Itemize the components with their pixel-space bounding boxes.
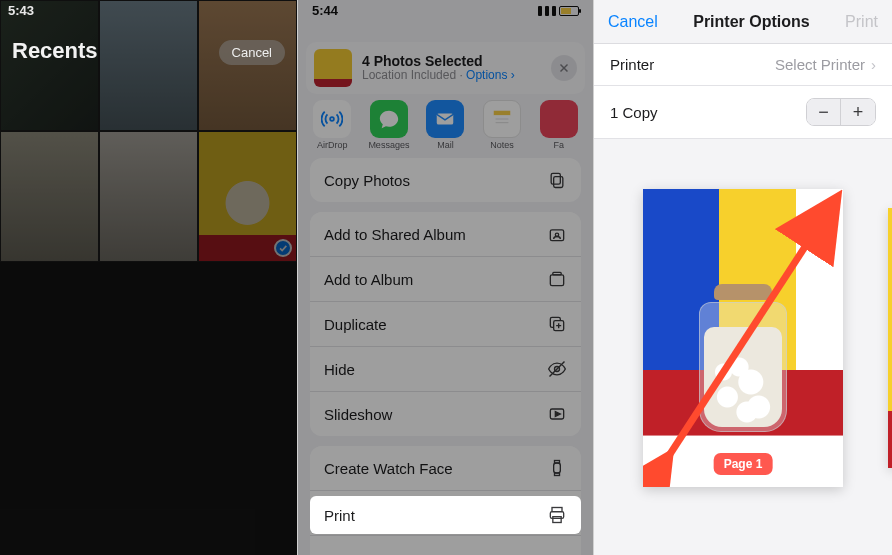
dim-overlay bbox=[0, 0, 297, 555]
duplicate-icon bbox=[547, 314, 567, 334]
print-row[interactable]: Print bbox=[310, 496, 581, 534]
printer-label: Printer bbox=[610, 56, 654, 73]
watch-icon bbox=[547, 458, 567, 478]
status-bar-time: 5:43 bbox=[8, 3, 34, 18]
share-preview-thumb bbox=[314, 49, 352, 87]
copy-icon bbox=[547, 170, 567, 190]
svg-rect-22 bbox=[555, 461, 560, 464]
airdrop-icon bbox=[313, 100, 351, 138]
status-bar-time: 5:44 bbox=[312, 3, 338, 18]
app-label: Fa bbox=[553, 140, 564, 150]
chevron-right-icon: › bbox=[871, 56, 876, 73]
app-label: AirDrop bbox=[317, 140, 348, 150]
extra-app[interactable]: Fa bbox=[532, 100, 586, 150]
svg-marker-20 bbox=[555, 412, 560, 417]
svg-rect-21 bbox=[554, 463, 561, 473]
svg-rect-3 bbox=[437, 114, 454, 125]
cancel-button[interactable]: Cancel bbox=[219, 40, 285, 65]
album-icon bbox=[547, 269, 567, 289]
status-bar-battery bbox=[538, 6, 579, 16]
app-label: Messages bbox=[368, 140, 409, 150]
slideshow-row[interactable]: Slideshow bbox=[310, 392, 581, 436]
share-apps-row: AirDrop Messages Mail Notes Fa bbox=[298, 98, 593, 150]
copies-label: 1 Copy bbox=[610, 104, 658, 121]
hide-icon bbox=[547, 359, 567, 379]
copy-photos-row[interactable]: Copy Photos bbox=[310, 158, 581, 202]
slideshow-icon bbox=[547, 404, 567, 424]
add-album-row[interactable]: Add to Album bbox=[310, 257, 581, 302]
printer-icon bbox=[547, 505, 567, 525]
hide-row[interactable]: Hide bbox=[310, 347, 581, 392]
printer-options-panel: Cancel Printer Options Print Printer Sel… bbox=[594, 0, 892, 555]
app-label: Notes bbox=[490, 140, 514, 150]
printer-value: Select Printer bbox=[775, 56, 865, 73]
share-header: 4 Photos Selected Location Included · Op… bbox=[306, 42, 585, 94]
watch-face-row[interactable]: Create Watch Face bbox=[310, 446, 581, 491]
print-preview-page[interactable]: Page 1 bbox=[643, 189, 843, 487]
printer-select-row[interactable]: Printer Select Printer › bbox=[594, 44, 892, 86]
svg-point-2 bbox=[330, 117, 334, 121]
notes-icon bbox=[483, 100, 521, 138]
share-title: 4 Photos Selected bbox=[362, 53, 541, 69]
app-label: Mail bbox=[437, 140, 454, 150]
svg-rect-23 bbox=[555, 473, 560, 476]
messages-icon bbox=[370, 100, 408, 138]
preview-jar bbox=[698, 284, 788, 434]
screen-title: Printer Options bbox=[693, 13, 809, 31]
close-button[interactable] bbox=[551, 55, 577, 81]
extra-app-icon bbox=[540, 100, 578, 138]
print-button-disabled: Print bbox=[845, 13, 878, 31]
svg-rect-12 bbox=[550, 275, 563, 286]
share-options-link[interactable]: Options bbox=[466, 68, 507, 82]
add-shared-album-row[interactable]: Add to Shared Album bbox=[310, 212, 581, 257]
next-page-peek[interactable] bbox=[888, 208, 892, 468]
svg-rect-9 bbox=[551, 173, 560, 184]
share-sheet-panel: 5:44 4 Photos Selected Location Included… bbox=[297, 0, 594, 555]
photos-library-panel: 5:43 Recents Cancel bbox=[0, 0, 297, 555]
svg-rect-13 bbox=[553, 272, 561, 275]
share-subtitle: Location Included · Options › bbox=[362, 69, 541, 83]
airdrop-app[interactable]: AirDrop bbox=[305, 100, 359, 150]
svg-rect-8 bbox=[554, 177, 563, 188]
page-badge: Page 1 bbox=[714, 453, 773, 475]
svg-rect-5 bbox=[494, 115, 511, 127]
print-preview-area: Page 1 bbox=[594, 120, 892, 555]
album-title: Recents bbox=[12, 38, 98, 64]
mail-icon bbox=[426, 100, 464, 138]
messages-app[interactable]: Messages bbox=[362, 100, 416, 150]
notes-app[interactable]: Notes bbox=[475, 100, 529, 150]
duplicate-row[interactable]: Duplicate bbox=[310, 302, 581, 347]
cancel-button[interactable]: Cancel bbox=[608, 13, 658, 31]
printer-header: Cancel Printer Options Print bbox=[594, 0, 892, 44]
svg-rect-10 bbox=[550, 230, 563, 241]
shared-album-icon bbox=[547, 224, 567, 244]
svg-rect-4 bbox=[494, 111, 511, 116]
svg-rect-27 bbox=[553, 517, 561, 523]
mail-app[interactable]: Mail bbox=[418, 100, 472, 150]
